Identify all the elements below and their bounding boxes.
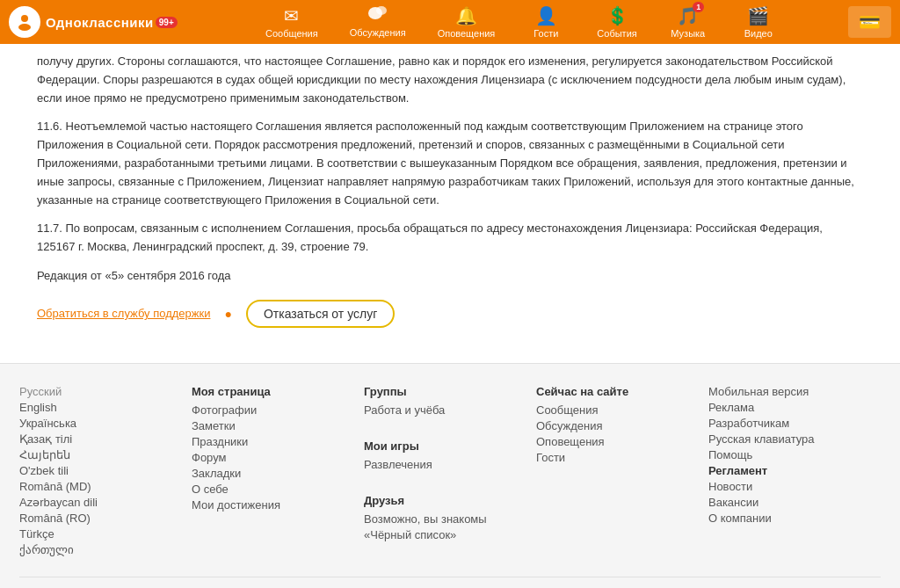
lang-kazakh[interactable]: Қазақ тілі <box>19 432 192 446</box>
more-help[interactable]: Помощь <box>708 448 881 461</box>
support-link[interactable]: Обратиться в службу поддержки <box>37 307 210 320</box>
messages-icon: ✉ <box>284 5 299 26</box>
nav-messages-label: Сообщения <box>265 28 318 39</box>
logo-icon <box>9 6 40 38</box>
paragraph1: получу других. Стороны соглашаются, что … <box>37 53 863 107</box>
now-guests[interactable]: Гости <box>536 451 708 464</box>
svg-point-1 <box>18 24 31 31</box>
footer-columns: Русский English Українська Қазақ тілі Հա… <box>19 385 881 559</box>
lang-romanian-md[interactable]: Română (MD) <box>19 480 192 493</box>
logo-text: Одноклассники <box>46 15 154 30</box>
footer-inner: Русский English Українська Қазақ тілі Հա… <box>19 385 881 588</box>
more-keyboard[interactable]: Русская клавиатура <box>708 432 881 446</box>
more-vacancies[interactable]: Вакансии <box>708 496 881 509</box>
music-badge: 1 <box>693 2 704 12</box>
lang-ukrainian[interactable]: Українська <box>19 417 192 430</box>
more-developers[interactable]: Разработчикам <box>708 417 881 430</box>
more-mobile[interactable]: Мобильная версия <box>708 385 881 398</box>
lang-georgian[interactable]: ქართული <box>19 543 192 556</box>
nav-video[interactable]: 🎬 Видео <box>723 2 794 42</box>
footer-col-mypage: Моя страница Фотографии Заметки Праздник… <box>192 385 364 559</box>
logo-area[interactable]: Одноклассники 99+ <box>9 6 178 38</box>
edition: Редакция от «5» сентября 2016 года <box>37 267 863 286</box>
cancel-services-button[interactable]: Отказаться от услуг <box>246 300 395 328</box>
svg-point-3 <box>376 6 387 15</box>
mypage-notes[interactable]: Заметки <box>192 419 364 432</box>
dot-separator: ● <box>224 307 231 321</box>
footer: Русский English Українська Қазақ тілі Հա… <box>0 363 900 588</box>
more-rules[interactable]: Регламент <box>708 464 881 477</box>
games-entertainment[interactable]: Развлечения <box>364 458 536 471</box>
nav-discussions[interactable]: Обсуждения <box>334 2 422 42</box>
lang-english[interactable]: English <box>19 401 192 414</box>
footer-copyright: © 2006–2016 ООО "Мэйл.Ру" / LLC Mail.Ru <box>19 577 881 588</box>
footer-col-now: Сейчас на сайте Сообщения Обсуждения Опо… <box>536 385 708 559</box>
mypage-forum[interactable]: Форум <box>192 451 364 464</box>
footer-col-more: Мобильная версия Реклама Разработчикам Р… <box>708 385 881 559</box>
music-icon: 🎵 1 <box>677 5 699 26</box>
nav-discussions-label: Обсуждения <box>350 27 406 38</box>
nav-notifications-label: Оповещения <box>438 28 496 39</box>
video-icon: 🎬 <box>747 5 769 26</box>
action-row: Обратиться в службу поддержки ● Отказать… <box>37 300 863 328</box>
mypage-achievements[interactable]: Мои достижения <box>192 498 364 512</box>
lang-azerbaijani[interactable]: Azərbaycan dili <box>19 496 192 509</box>
paragraph2: 11.6. Неотъемлемой частью настоящего Сог… <box>37 118 863 209</box>
svg-point-0 <box>21 15 28 22</box>
lang-russian[interactable]: Русский <box>19 385 192 398</box>
mypage-about[interactable]: О себе <box>192 483 364 496</box>
nav-music-label: Музыка <box>671 28 705 39</box>
nav-events[interactable]: 💲 События <box>581 2 652 42</box>
nav-guests[interactable]: 👤 Гости <box>511 2 581 42</box>
mypage-bookmarks[interactable]: Закладки <box>192 467 364 480</box>
notification-badge: 99+ <box>156 17 178 28</box>
lang-uzbek[interactable]: O'zbek tili <box>19 464 192 477</box>
footer-col-languages: Русский English Українська Қазақ тілі Հա… <box>19 385 192 559</box>
mygames-heading: Мои игры <box>364 439 536 453</box>
mypage-photos[interactable]: Фотографии <box>192 403 364 417</box>
events-icon: 💲 <box>606 5 628 26</box>
nav-right: 💳 <box>848 6 891 38</box>
now-notifications[interactable]: Оповещения <box>536 435 708 448</box>
mypage-heading: Моя страница <box>192 385 364 398</box>
nav-music[interactable]: 🎵 1 Музыка <box>653 2 723 42</box>
now-discussions[interactable]: Обсуждения <box>536 419 708 432</box>
groups-heading: Группы <box>364 385 536 398</box>
now-heading: Сейчас на сайте <box>536 385 708 398</box>
lang-turkish[interactable]: Türkçe <box>19 527 192 541</box>
mypage-holidays[interactable]: Праздники <box>192 435 364 448</box>
now-messages[interactable]: Сообщения <box>536 403 708 417</box>
paragraph3: 11.7. По вопросам, связанным с исполнени… <box>37 220 863 257</box>
nav-notifications[interactable]: 🔔 Оповещения <box>422 2 512 42</box>
nav-messages[interactable]: ✉ Сообщения <box>250 2 334 42</box>
friends-maybe-know[interactable]: Возможно, вы знакомы <box>364 512 536 526</box>
main-content: получу других. Стороны соглашаются, что … <box>19 44 881 363</box>
lang-romanian-ro[interactable]: Română (RO) <box>19 512 192 525</box>
more-news[interactable]: Новости <box>708 480 881 493</box>
discussions-icon <box>368 5 388 25</box>
lang-armenian[interactable]: Հայերեն <box>19 448 192 461</box>
notifications-icon: 🔔 <box>455 5 477 26</box>
nav-events-label: События <box>597 28 636 39</box>
guests-icon: 👤 <box>535 5 557 26</box>
nav-video-label: Видео <box>744 28 773 39</box>
more-about[interactable]: О компании <box>708 512 881 525</box>
more-ads[interactable]: Реклама <box>708 401 881 414</box>
footer-col-groups: Группы Работа и учёба Мои игры Развлечен… <box>364 385 536 559</box>
wallet-button[interactable]: 💳 <box>848 6 891 38</box>
friends-blacklist[interactable]: «Чёрный список» <box>364 528 536 541</box>
friends-heading: Друзья <box>364 494 536 507</box>
top-navigation: Одноклассники 99+ ✉ Сообщения Обсуждения… <box>0 0 900 44</box>
content-area: получу других. Стороны соглашаются, что … <box>37 53 863 286</box>
nav-guests-label: Гости <box>533 28 558 39</box>
nav-items: ✉ Сообщения Обсуждения 🔔 Оповещения 👤 Го… <box>195 2 848 42</box>
groups-work-study[interactable]: Работа и учёба <box>364 403 536 417</box>
